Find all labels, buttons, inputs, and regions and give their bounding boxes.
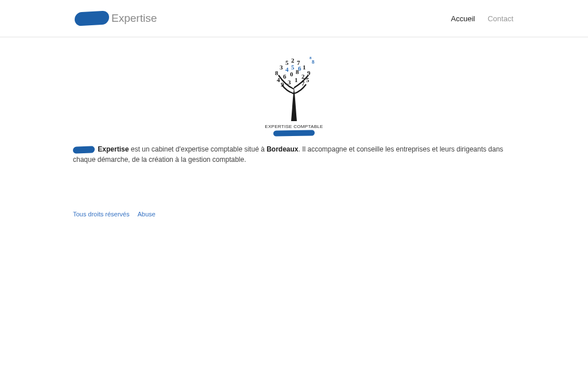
footer-abuse-link[interactable]: Abuse [137, 211, 155, 218]
svg-text:8: 8 [275, 69, 278, 76]
svg-text:3: 3 [288, 79, 291, 86]
intro-text-1: est un cabinet d'expertise comptable sit… [129, 145, 266, 153]
svg-text:8: 8 [312, 59, 315, 65]
tree-icon: 8 3 5 2 7 1 9 4 6 0 8 2 5 9 3 1 7 4 6 5 [262, 53, 326, 139]
svg-text:3: 3 [280, 64, 283, 71]
primary-nav: Accueil Contact [451, 14, 513, 23]
footer-rights-link[interactable]: Tous droits réservés [73, 211, 129, 218]
svg-text:4: 4 [277, 76, 280, 83]
svg-text:0: 0 [290, 71, 293, 77]
svg-text:2: 2 [301, 73, 305, 80]
svg-text:9: 9 [281, 81, 284, 88]
logo[interactable]: Expertise [75, 11, 157, 25]
site-header: Expertise Accueil Contact [0, 0, 588, 37]
city-bold: Bordeaux [266, 145, 298, 153]
nav-link-accueil[interactable]: Accueil [451, 14, 475, 23]
svg-text:6: 6 [298, 65, 301, 72]
logo-mark [75, 10, 110, 26]
logo-text: Expertise [111, 12, 157, 25]
svg-text:6: 6 [283, 73, 287, 80]
intro-paragraph: Expertise est un cabinet d'expertise com… [73, 144, 515, 165]
site-footer: Tous droits réservés Abuse [73, 188, 515, 229]
svg-text:4: 4 [285, 66, 289, 73]
main-content: 8 3 5 2 7 1 9 4 6 0 8 2 5 9 3 1 7 4 6 5 [73, 37, 515, 188]
svg-text:5: 5 [291, 64, 295, 71]
svg-text:5: 5 [306, 76, 310, 83]
svg-rect-22 [273, 130, 315, 136]
svg-text:7: 7 [301, 80, 305, 87]
svg-text:9: 9 [307, 69, 311, 76]
svg-text:1: 1 [295, 76, 298, 83]
tree-caption: EXPERTISE COMPTABLE [265, 124, 323, 129]
svg-text:5: 5 [285, 59, 289, 66]
svg-text:8: 8 [310, 56, 312, 60]
svg-text:2: 2 [291, 57, 295, 64]
brand-mark-inline [73, 146, 95, 153]
nav-link-contact[interactable]: Contact [488, 14, 513, 23]
brand-name-bold: Expertise [96, 145, 129, 153]
svg-text:1: 1 [303, 64, 306, 71]
hero-logo: 8 3 5 2 7 1 9 4 6 0 8 2 5 9 3 1 7 4 6 5 [73, 53, 515, 139]
